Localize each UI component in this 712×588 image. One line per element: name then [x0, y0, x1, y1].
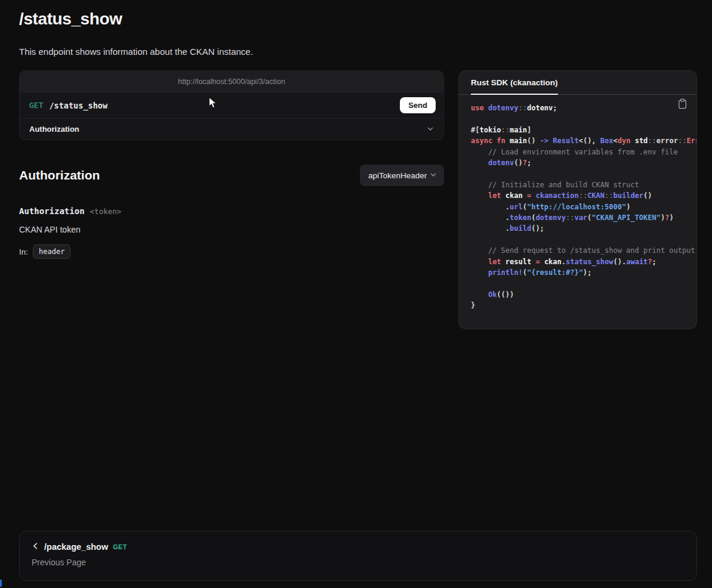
previous-page-method: GET — [113, 543, 127, 550]
chevron-down-icon — [430, 171, 437, 180]
endpoint-description: This endpoint shows information about th… — [19, 47, 253, 57]
focus-indicator-bar — [0, 580, 2, 587]
base-url-bar: http://localhost:5000/api/3/action — [20, 71, 443, 92]
code-panel-tabs: Rust SDK (ckanaction) — [459, 71, 696, 95]
previous-page-title: /package_show — [44, 542, 108, 552]
code-block: use dotenvy::dotenv; #[tokio::main]async… — [459, 95, 696, 329]
previous-page-link[interactable]: /package_show GET Previous Page — [19, 531, 697, 581]
auth-param-line: Authorization <token> — [19, 206, 121, 216]
auth-param-name: Authorization — [19, 206, 85, 216]
chevron-left-icon — [32, 541, 39, 552]
code-example-panel: Rust SDK (ckanaction) use dotenvy::doten… — [458, 70, 697, 329]
send-button[interactable]: Send — [400, 97, 436, 113]
auth-scheme-selected: apiTokenHeader — [368, 171, 427, 180]
in-value-badge: header — [33, 245, 70, 259]
endpoint-path: /status_show — [49, 101, 107, 110]
auth-in-row: In: header — [19, 245, 70, 259]
chevron-down-icon — [427, 124, 434, 135]
auth-scheme-dropdown[interactable]: apiTokenHeader — [360, 165, 444, 186]
auth-param-description: CKAN API token — [19, 225, 81, 234]
page-title: /status_show — [19, 10, 122, 29]
request-row: GET /status_show Send — [20, 92, 443, 118]
request-card: http://localhost:5000/api/3/action GET /… — [19, 70, 444, 140]
in-label: In: — [19, 247, 28, 256]
base-url-text: http://localhost:5000/api/3/action — [178, 78, 285, 86]
auth-param-token-placeholder: <token> — [90, 207, 122, 216]
http-method-label: GET — [29, 101, 43, 110]
authorization-row-label: Authorization — [29, 125, 79, 134]
previous-page-label: Previous Page — [32, 558, 685, 567]
authorization-section-heading: Authorization — [19, 168, 100, 182]
authorization-collapsible-row[interactable]: Authorization — [20, 118, 443, 140]
tab-rust-sdk[interactable]: Rust SDK (ckanaction) — [471, 71, 558, 95]
